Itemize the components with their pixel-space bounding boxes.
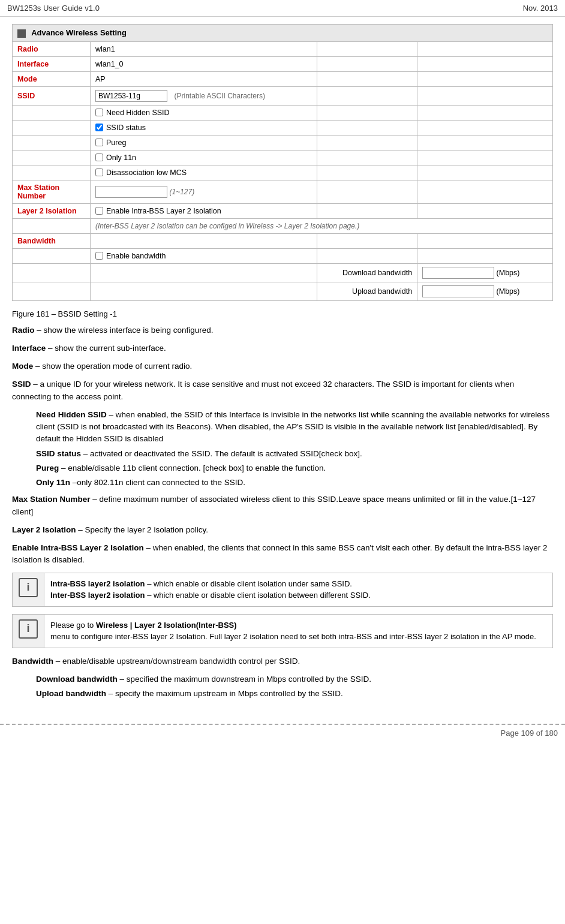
only11n-label: Only 11n: [106, 154, 136, 162]
interface-value: wlan1_0: [91, 56, 317, 71]
upload-bandwidth-input[interactable]: [422, 285, 494, 297]
layer2-checkbox-label: Enable Intra-BSS Layer 2 Isolation: [106, 207, 221, 215]
disassoc-empty: [13, 165, 91, 180]
radio-empty1: [317, 41, 417, 56]
dl-bw-input-cell: (Mbps): [417, 263, 553, 282]
ul-bw-bold: Upload bandwidth: [36, 689, 106, 698]
interbss-note-empty: [13, 218, 91, 233]
max-station-hint: (1~127): [169, 188, 194, 196]
upload-bw-label: Upload bandwidth: [352, 287, 412, 296]
pureg-desc: Pureg – enable/disable 11b client connec…: [36, 462, 553, 474]
ul-bw-empty2: [91, 282, 317, 300]
note-line-3-pre: Please go to: [50, 621, 96, 630]
pureg-checkbox[interactable]: [95, 139, 103, 146]
table-row-download-bandwidth: Download bandwidth (Mbps): [13, 263, 553, 282]
page-footer: Page 109 of 180: [0, 724, 565, 741]
pureg-empty1: [317, 135, 417, 150]
only11n-empty2: [417, 150, 553, 165]
disassoc-label: Disassociation low MCS: [106, 168, 187, 177]
only11n-empty1: [317, 150, 417, 165]
only11n-checkbox[interactable]: [95, 154, 103, 161]
dl-bw-rest: – specified the maximum downstream in Mb…: [120, 675, 371, 684]
enable-bandwidth-label: Enable bandwidth: [106, 252, 166, 260]
only11n-cell: Only 11n: [91, 150, 317, 165]
note-icon-cell-2: i: [13, 614, 44, 648]
dl-bw-cell: Download bandwidth: [317, 263, 417, 282]
only11n-rest: –only 802.11n client can connected to th…: [73, 478, 245, 487]
hidden-ssid-label: Need Hidden SSID: [106, 109, 170, 117]
max-station-cell: (1~127): [91, 180, 317, 203]
note-table-2: i Please go to Wireless | Layer 2 Isolat…: [12, 614, 553, 648]
inter-bss-bold: Inter-BSS layer2 isolation: [50, 591, 145, 600]
mode-empty2: [417, 71, 553, 86]
mode-bold: Mode: [12, 362, 33, 371]
pureg-bold: Pureg: [36, 463, 59, 472]
table-row-interbss-note: (Inter-BSS Layer 2 Isolation can be conf…: [13, 218, 553, 233]
interface-bold: Interface: [12, 344, 46, 353]
ssid-value-cell: (Printable ASCII Characters): [91, 86, 317, 105]
enable-bandwidth-checkbox[interactable]: [95, 252, 103, 260]
dl-bw-bold: Download bandwidth: [36, 675, 118, 684]
header-right: Nov. 2013: [523, 4, 558, 13]
layer2-description: Layer 2 Isolation – Specify the layer 2 …: [12, 524, 553, 536]
ssid-rest: – a unique ID for your wireless network.…: [12, 380, 514, 401]
only11n-desc: Only 11n –only 802.11n client can connec…: [36, 477, 553, 489]
ssid-label: SSID: [13, 86, 91, 105]
ssid-bold: SSID: [12, 380, 31, 389]
ssid-empty2: [417, 86, 553, 105]
wireless-layer2-bold: Wireless | Layer 2 Isolation(Inter-BSS): [96, 621, 237, 630]
table-row-radio: Radio wlan1: [13, 41, 553, 56]
ssid-status-checkbox[interactable]: [95, 124, 103, 131]
ssid-status-desc: SSID status – activated or deactivated t…: [36, 448, 553, 460]
table-header-row: Advance Wireless Setting: [13, 25, 553, 42]
intra-bss-rest: – which enable or disable client isolati…: [147, 579, 352, 588]
table-row-ssid-status: SSID status: [13, 120, 553, 135]
hidden-ssid-empty: [13, 105, 91, 120]
settings-table: Advance Wireless Setting Radio wlan1 Int…: [12, 24, 553, 301]
ul-bw-rest: – specify the maximum upstream in Mbps c…: [109, 689, 343, 698]
bandwidth-indented-section: Download bandwidth – specified the maxim…: [36, 673, 553, 700]
note-line-4-text: menu to configure inter-BSS layer 2 Isol…: [50, 632, 536, 641]
ul-bw-input-cell: (Mbps): [417, 282, 553, 300]
enable-bw-empty2: [417, 248, 553, 263]
download-bandwidth-input[interactable]: [422, 267, 494, 279]
table-row-ssid: SSID (Printable ASCII Characters): [13, 86, 553, 105]
layer2-checkbox[interactable]: [95, 207, 103, 215]
disassoc-checkbox[interactable]: [95, 168, 103, 176]
bandwidth-label-empty3: [417, 233, 553, 248]
note-icon-cell-1: i: [13, 573, 44, 606]
table-row-mode: Mode AP: [13, 71, 553, 86]
ssid-status-empty: [13, 120, 91, 135]
hidden-ssid-empty1: [317, 105, 417, 120]
bandwidth-description: Bandwidth – enable/disable upstream/down…: [12, 655, 553, 667]
enable-bw-empty1: [317, 248, 417, 263]
pureg-label: Pureg: [106, 139, 126, 147]
note-content-1: Intra-BSS layer2 isolation – which enabl…: [44, 573, 553, 606]
page-header: BW1253s User Guide v1.0 Nov. 2013: [0, 0, 565, 17]
only11n-bold: Only 11n: [36, 478, 70, 487]
table-row-bandwidth-label: Bandwidth: [13, 233, 553, 248]
hidden-ssid-checkbox[interactable]: [95, 109, 103, 116]
radio-empty2: [417, 41, 553, 56]
enable-intra-bss-description: Enable Intra-BSS Layer 2 Isolation – whe…: [12, 542, 553, 567]
pureg-rest: – enable/disable 11b client connection. …: [61, 463, 326, 472]
ssid-input[interactable]: [95, 90, 167, 102]
table-row-max-station: Max Station Number (1~127): [13, 180, 553, 203]
max-station-label: Max Station Number: [13, 180, 91, 203]
note-content-2: Please go to Wireless | Layer 2 Isolatio…: [44, 614, 553, 648]
radio-rest: – show the wireless interface is being c…: [37, 326, 213, 335]
ul-bw-desc: Upload bandwidth – specify the maximum u…: [36, 688, 553, 700]
enable-bw-empty: [13, 248, 91, 263]
info-icon-2: i: [19, 619, 38, 639]
dl-mbps-label: (Mbps): [497, 269, 520, 277]
radio-value: wlan1: [91, 41, 317, 56]
bandwidth-label-empty2: [317, 233, 417, 248]
ssid-indented-section: Need Hidden SSID – when enabled, the SSI…: [36, 409, 553, 489]
bandwidth-bold: Bandwidth: [12, 657, 53, 666]
hidden-ssid-empty2: [417, 105, 553, 120]
max-station-empty2: [417, 180, 553, 203]
disassoc-empty1: [317, 165, 417, 180]
hidden-ssid-rest: – when enabled, the SSID of this Interfa…: [36, 410, 549, 444]
table-row-layer2: Layer 2 Isolation Enable Intra-BSS Layer…: [13, 203, 553, 218]
max-station-input[interactable]: [95, 186, 167, 198]
